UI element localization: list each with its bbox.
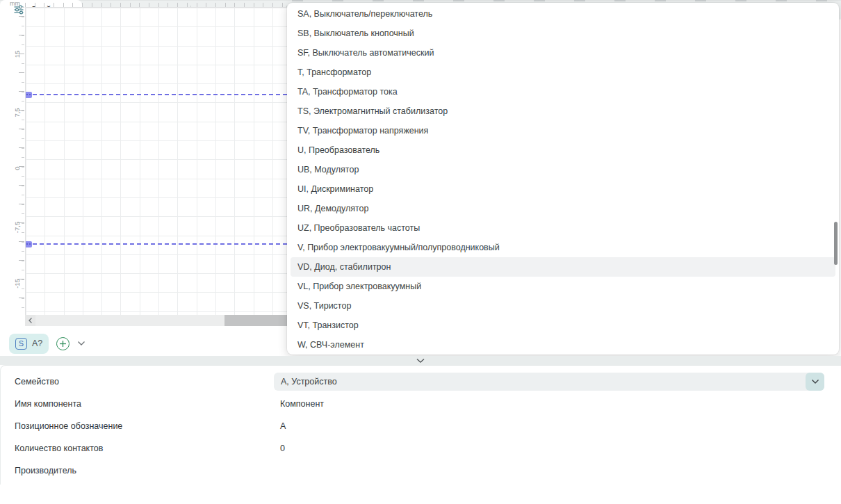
property-label: Позиционное обозначение [1, 421, 274, 431]
dropdown-item[interactable]: UR, Демодулятор [291, 199, 835, 218]
chevron-down-icon [811, 379, 819, 384]
dropdown-item[interactable]: W, СВЧ-элемент [291, 335, 835, 355]
app-window: mm 15 7,5 0 -7,5 -15 S A? [0, 0, 841, 504]
dropdown-item[interactable]: SF, Выключатель автоматический [291, 43, 835, 63]
property-label: Семейство [1, 377, 274, 387]
canvas-toolbar: S A? [9, 333, 85, 354]
dropdown-item[interactable]: T, Трансформатор [291, 63, 835, 82]
family-dropdown-list: SA, Выключатель/переключатель SB, Выключ… [287, 3, 839, 355]
ruler-label: -7,5 [13, 222, 21, 233]
dropdown-item[interactable]: UB, Модулятор [291, 160, 835, 179]
chevron-left-icon [27, 316, 34, 325]
dropdown-item-hovered[interactable]: VD, Диод, стабилитрон [291, 257, 835, 277]
dropdown-item[interactable]: VL, Прибор электровакуумный [291, 277, 835, 296]
property-label: Количество контактов [1, 444, 274, 453]
property-value[interactable]: A [274, 421, 286, 431]
canvas-horizontal-scrollbar[interactable] [25, 315, 287, 326]
property-label: Производитель [1, 466, 274, 475]
property-label: Имя компонента [1, 399, 274, 409]
designator-mode-button[interactable]: A? [32, 339, 42, 348]
dropdown-item[interactable]: UZ, Преобразователь частоты [291, 218, 835, 238]
dropdown-item[interactable]: TV, Трансформатор напряжения [291, 121, 835, 140]
dropdown-item[interactable]: U, Преобразователь [291, 140, 835, 160]
property-row: Количество контактов 0 [1, 437, 841, 460]
scroll-left-button[interactable] [25, 315, 35, 326]
shape-mode-button[interactable]: S [15, 338, 27, 350]
property-row: Производитель [1, 460, 841, 482]
guide-handle[interactable] [25, 241, 32, 247]
chevron-down-icon [416, 358, 425, 364]
plus-icon [59, 340, 67, 348]
component-mode-group: S A? [9, 334, 49, 354]
family-select-value: A, Устройство [274, 377, 337, 387]
ruler-label: 7,5 [13, 108, 21, 117]
family-select-open-button[interactable] [806, 373, 824, 391]
scrollbar-thumb[interactable] [224, 315, 287, 326]
guide-line[interactable] [26, 94, 287, 95]
chevron-down-icon[interactable] [77, 341, 85, 346]
schematic-canvas[interactable] [25, 7, 287, 315]
ruler-label: 15 [13, 51, 21, 58]
guide-line[interactable] [26, 243, 287, 245]
dropdown-item[interactable]: V, Прибор электровакуумный/полупроводник… [291, 238, 835, 257]
dropdown-item[interactable]: SB, Выключатель кнопочный [291, 24, 835, 43]
occluded-toolbar-tops [292, 0, 827, 1]
add-button[interactable] [56, 337, 70, 350]
property-row: Семейство A, Устройство [1, 371, 841, 393]
ruler-unit-label: mm [10, 0, 20, 7]
property-value[interactable]: Компонент [274, 399, 324, 409]
family-select[interactable]: A, Устройство [274, 373, 824, 391]
dropdown-item[interactable]: VS, Тиристор [291, 296, 835, 316]
guide-handle[interactable] [25, 92, 32, 98]
ruler-label: -15 [13, 279, 21, 288]
ruler-label: 0 [13, 166, 21, 170]
properties-panel: Семейство A, Устройство Имя компонента К… [0, 365, 841, 485]
property-row: Имя компонента Компонент [1, 393, 841, 415]
dropdown-item[interactable]: UI, Дискриминатор [291, 179, 835, 199]
dropdown-item[interactable]: SA, Выключатель/переключатель [291, 4, 835, 24]
dropdown-scrollbar-thumb[interactable] [834, 222, 838, 265]
property-value[interactable]: 0 [274, 444, 285, 453]
dropdown-item[interactable]: VT, Транзистор [291, 316, 835, 335]
dropdown-item[interactable]: TA, Трансформатор тока [291, 82, 835, 101]
dropdown-item[interactable]: TS, Электромагнитный стабилизатор [291, 101, 835, 121]
property-row: Позиционное обозначение A [1, 415, 841, 437]
panel-collapse-band[interactable] [0, 356, 841, 365]
